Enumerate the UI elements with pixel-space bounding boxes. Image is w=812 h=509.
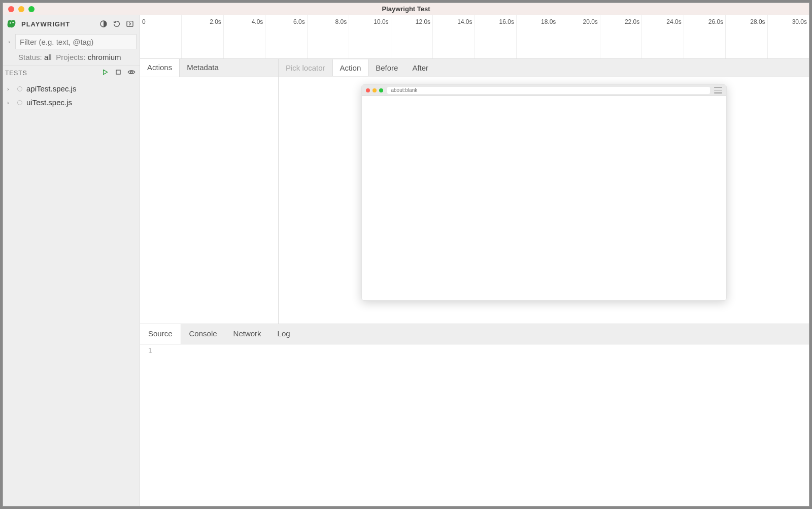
preview-pane: Pick locator Action Before After (279, 59, 809, 324)
playwright-logo-icon (6, 18, 17, 29)
tab-network[interactable]: Network (225, 324, 269, 344)
status-line: Status: all Projects: chromium (3, 51, 140, 66)
toggle-sidebar-icon[interactable] (125, 19, 134, 28)
test-file-label: apiTest.spec.js (26, 84, 76, 93)
titlebar: Playwright Test (3, 3, 809, 15)
timeline-tick: 20.0s (558, 15, 600, 58)
svg-point-1 (12, 22, 14, 23)
test-file-item[interactable]: › uiTest.spec.js (3, 96, 140, 109)
chevron-right-icon: › (7, 86, 13, 92)
sidebar-title: PLAYWRIGHT (21, 20, 95, 28)
tab-before[interactable]: Before (368, 59, 405, 76)
timeline-tick: 26.0s (684, 15, 726, 58)
watch-icon[interactable] (127, 68, 136, 78)
test-file-item[interactable]: › apiTest.spec.js (3, 82, 140, 96)
timeline-tick: 22.0s (600, 15, 642, 58)
timeline-tick: 2.0s (182, 15, 223, 58)
tab-log[interactable]: Log (269, 324, 298, 344)
theme-toggle-icon[interactable] (99, 19, 108, 28)
pick-locator-button[interactable]: Pick locator (279, 59, 332, 76)
sidebar: PLAYWRIGHT › Status: (3, 15, 140, 506)
tab-after[interactable]: After (405, 59, 435, 76)
timeline-tick: 4.0s (224, 15, 265, 58)
tab-actions[interactable]: Actions (140, 59, 180, 77)
tab-console[interactable]: Console (181, 324, 225, 344)
tab-source[interactable]: Source (140, 324, 181, 344)
svg-marker-4 (104, 70, 108, 74)
mini-close-icon (366, 88, 370, 92)
mini-max-icon (379, 88, 383, 92)
preview-browser: about:blank (361, 84, 727, 301)
timeline-tick: 8.0s (308, 15, 349, 58)
status-dot-icon (17, 100, 22, 105)
window-title: Playwright Test (3, 5, 809, 13)
mini-traffic-lights (366, 88, 383, 92)
timeline-tick: 0 (140, 15, 182, 58)
timeline-tick: 30.0s (768, 15, 809, 58)
bottom-panel: Source Console Network Log 1 (140, 324, 809, 506)
svg-rect-3 (127, 21, 133, 27)
sidebar-header: PLAYWRIGHT (3, 15, 140, 33)
svg-rect-5 (116, 70, 120, 74)
timeline[interactable]: 0 2.0s 4.0s 6.0s 8.0s 10.0s 12.0s 14.0s … (140, 15, 809, 59)
svg-point-6 (130, 71, 132, 73)
run-all-button[interactable] (101, 68, 109, 78)
timeline-tick: 10.0s (349, 15, 391, 58)
window-minimize-icon[interactable] (18, 6, 24, 12)
timeline-tick: 16.0s (475, 15, 517, 58)
chevron-right-icon: › (7, 100, 13, 106)
timeline-tick: 18.0s (517, 15, 558, 58)
hamburger-menu-icon[interactable] (714, 87, 722, 93)
source-code-area[interactable] (156, 344, 809, 506)
timeline-tick: 6.0s (265, 15, 307, 58)
timeline-tick: 12.0s (391, 15, 433, 58)
tests-tree: › apiTest.spec.js › uiTest.spec.js (3, 80, 140, 111)
window-zoom-icon[interactable] (28, 6, 35, 12)
timeline-tick: 28.0s (726, 15, 767, 58)
test-file-label: uiTest.spec.js (26, 98, 72, 107)
tab-action[interactable]: Action (332, 59, 369, 76)
tests-header: TESTS (3, 66, 140, 80)
source-gutter: 1 (140, 344, 156, 506)
mini-url-bar: about:blank (387, 87, 710, 94)
window-traffic-lights[interactable] (8, 6, 35, 12)
mini-browser-viewport (362, 96, 726, 300)
filter-input[interactable] (15, 34, 137, 49)
tab-metadata[interactable]: Metadata (180, 59, 226, 77)
filter-expand-chevron-icon[interactable]: › (6, 39, 12, 45)
status-dot-icon (17, 86, 22, 91)
timeline-tick: 24.0s (642, 15, 684, 58)
timeline-tick: 14.0s (433, 15, 475, 58)
window-close-icon[interactable] (8, 6, 14, 12)
mini-min-icon (373, 88, 377, 92)
tests-heading: TESTS (5, 70, 101, 77)
reload-icon[interactable] (112, 19, 121, 28)
actions-pane: Actions Metadata (140, 59, 279, 324)
svg-point-0 (10, 22, 11, 24)
stop-button[interactable] (114, 68, 122, 78)
